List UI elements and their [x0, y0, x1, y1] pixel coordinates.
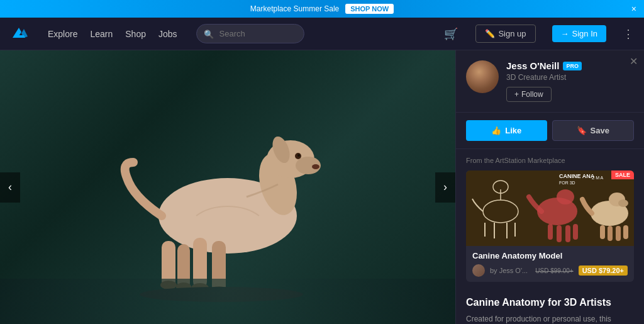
svg-text:Z M A: Z M A: [592, 176, 604, 180]
nav-shop[interactable]: Shop: [125, 29, 146, 39]
thumbs-up-icon: 👍: [491, 126, 501, 135]
svg-text:FOR 3D: FOR 3D: [559, 181, 575, 185]
marketplace-card[interactable]: SALE: [466, 170, 634, 282]
save-label: Save: [591, 126, 609, 135]
follow-icon: +: [514, 90, 519, 99]
user-name: Jess O'Neill: [506, 60, 559, 71]
card-author-avatar: [472, 264, 485, 277]
nav-explore[interactable]: Explore: [48, 29, 77, 39]
avatar[interactable]: [466, 60, 499, 93]
thumbnail-strip: [0, 279, 455, 324]
svg-text:CANINE ANA: CANINE ANA: [559, 173, 595, 179]
anatomy-illustration: CANINE ANA FOR 3D Z M A: [466, 170, 634, 246]
original-price: USD $99.00+: [535, 267, 573, 274]
nav-learn[interactable]: Learn: [90, 29, 113, 39]
svg-rect-28: [557, 225, 562, 242]
signup-label: Sign up: [498, 29, 526, 38]
svg-point-7: [312, 164, 319, 169]
artstation-logo[interactable]: [10, 24, 30, 44]
card-meta: by Jess O'... USD $99.00+ USD $79.20+: [472, 264, 628, 277]
top-banner: Marketplace Summer Sale SHOP NOW ×: [0, 0, 644, 18]
search-icon: 🔍: [204, 29, 214, 38]
search-wrapper: 🔍: [196, 24, 304, 43]
bottom-preview-image: [0, 279, 455, 324]
marketplace-section: From the ArtStation Marketplace SALE: [456, 149, 644, 297]
more-options-button[interactable]: ⋮: [623, 27, 634, 41]
svg-rect-35: [608, 226, 613, 241]
svg-rect-36: [616, 226, 621, 241]
product-description: Canine Anatomy for 3D Artists Created fo…: [456, 297, 644, 324]
avatar-image: [466, 60, 499, 93]
prev-arrow[interactable]: ‹: [0, 172, 20, 203]
follow-label: Follow: [521, 90, 543, 99]
like-label: Like: [505, 126, 521, 135]
svg-rect-29: [565, 225, 570, 242]
signup-button[interactable]: ✏️ Sign up: [475, 25, 535, 43]
main-content: ‹ ›: [0, 50, 644, 324]
bookmark-icon: 🔖: [577, 126, 587, 135]
product-text: Created for production or personal use, …: [466, 313, 634, 324]
banner-close-button[interactable]: ×: [631, 4, 636, 13]
like-button[interactable]: 👍 Like: [466, 120, 547, 141]
svg-rect-27: [548, 224, 553, 240]
product-title: Canine Anatomy for 3D Artists: [466, 297, 634, 308]
marketplace-card-image: SALE: [466, 170, 634, 246]
svg-point-26: [557, 189, 574, 204]
follow-button[interactable]: + Follow: [506, 87, 552, 102]
dog-artwork: [96, 71, 360, 304]
signin-icon: →: [561, 29, 569, 38]
navbar: Explore Learn Shop Jobs 🔍 🛒 ✏️ Sign up →…: [0, 18, 644, 50]
svg-point-33: [618, 199, 628, 207]
sale-badge: SALE: [611, 170, 634, 179]
user-info: Jess O'Neill PRO 3D Creature Artist + Fo…: [506, 60, 634, 102]
user-title: 3D Creature Artist: [506, 73, 634, 82]
svg-point-6: [297, 154, 300, 157]
card-author: by Jess O'...: [490, 267, 530, 274]
sale-price: USD $79.20+: [579, 265, 628, 276]
pencil-icon: ✏️: [485, 29, 495, 38]
user-section: Jess O'Neill PRO 3D Creature Artist + Fo…: [456, 50, 644, 113]
svg-rect-37: [623, 225, 628, 239]
signin-button[interactable]: → Sign In: [552, 25, 606, 42]
banner-text: Marketplace Summer Sale: [250, 4, 339, 13]
card-title: Canine Anatomy Model: [472, 251, 628, 260]
marketplace-label: From the ArtStation Marketplace: [466, 157, 634, 164]
right-panel: ✕ Jess O'Neill PRO 3D Creature Artist + …: [455, 50, 644, 324]
artwork-area: ‹ ›: [0, 50, 455, 324]
signin-label: Sign In: [572, 29, 597, 38]
nav-jobs[interactable]: Jobs: [158, 29, 177, 39]
shop-now-button[interactable]: SHOP NOW: [345, 4, 394, 14]
action-buttons: 👍 Like 🔖 Save: [456, 113, 644, 149]
user-name-row: Jess O'Neill PRO: [506, 60, 634, 71]
panel-close-button[interactable]: ✕: [630, 55, 638, 67]
cart-icon[interactable]: 🛒: [444, 27, 458, 41]
svg-rect-30: [573, 224, 578, 240]
card-info: Canine Anatomy Model by Jess O'... USD $…: [466, 246, 634, 282]
next-arrow[interactable]: ›: [435, 172, 455, 203]
pro-badge: PRO: [563, 62, 582, 70]
save-button[interactable]: 🔖 Save: [552, 120, 635, 141]
svg-rect-34: [600, 225, 605, 239]
